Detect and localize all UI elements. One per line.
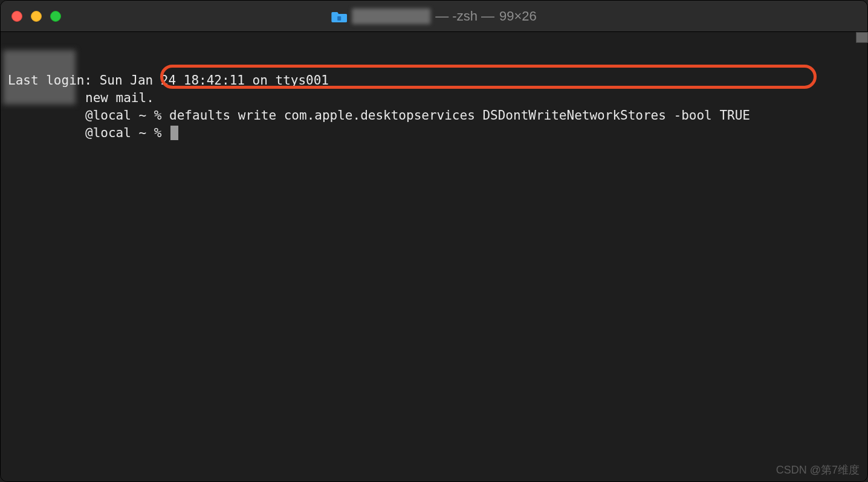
svg-rect-0 [337, 16, 341, 21]
scrollbar-thumb[interactable] [856, 32, 868, 43]
cursor [170, 126, 178, 140]
folder-icon [331, 10, 347, 23]
current-prompt-line: @local ~ % [8, 124, 860, 142]
new-mail-line: new mail. [8, 89, 860, 107]
title-path-redacted [352, 8, 430, 24]
terminal-body[interactable]: Last login: Sun Jan 24 18:42:11 on ttys0… [1, 32, 867, 481]
title-shell: — -zsh — [435, 8, 494, 24]
maximize-button[interactable] [50, 11, 61, 22]
prompt: @local ~ % [85, 126, 169, 140]
prompt: @local ~ % [85, 108, 169, 123]
last-login-line: Last login: Sun Jan 24 18:42:11 on ttys0… [8, 72, 860, 89]
traffic-lights [11, 11, 61, 22]
titlebar[interactable]: — -zsh — 99×26 [1, 1, 867, 32]
entered-command: defaults write com.apple.desktopservices… [169, 108, 750, 123]
minimize-button[interactable] [31, 11, 42, 22]
close-button[interactable] [11, 11, 22, 22]
title-dimensions: 99×26 [499, 8, 537, 24]
terminal-window: — -zsh — 99×26 Last login: Sun Jan 24 18… [0, 0, 868, 482]
window-title: — -zsh — 99×26 [331, 8, 537, 24]
command-line: @local ~ % defaults write com.apple.desk… [8, 107, 860, 124]
